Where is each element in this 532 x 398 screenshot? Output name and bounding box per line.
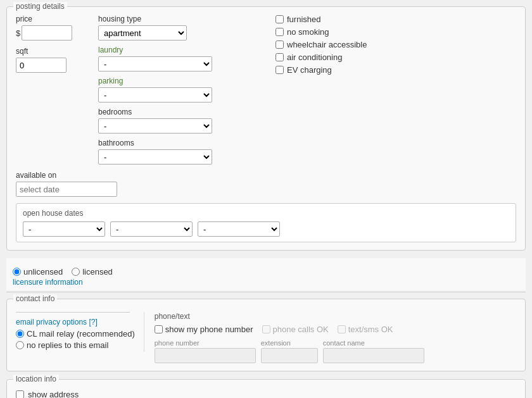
air-conditioning-checkbox[interactable] [276,53,284,61]
show-address-label[interactable]: show address [28,390,79,398]
phone-text-panel: phone/text show my phone number phone ca… [155,312,516,363]
bathrooms-label: bathrooms [98,139,225,147]
text-sms-ok-label: text/sms OK [338,325,393,334]
email-privacy-panel: email privacy options [?] CL mail relay … [16,312,144,352]
phone-calls-ok-checkbox[interactable] [262,325,270,333]
open-house-select-1[interactable]: - [23,221,105,237]
housing-type-select[interactable]: apartment condo house townhouse duplex [98,25,187,40]
open-house-select-2[interactable]: - [110,221,193,237]
text-sms-ok-checkbox[interactable] [338,325,346,333]
extension-field-label: extension [261,339,318,347]
housing-type-label: housing type [98,15,225,23]
air-conditioning-checkbox-label[interactable]: air conditioning [276,53,367,62]
bedrooms-label: bedrooms [98,108,225,116]
licensed-radio-label[interactable]: licensed [72,267,113,277]
available-on-input[interactable] [16,182,117,197]
licensure-section: unlicensed licensed licensure informatio… [6,258,526,290]
laundry-select[interactable]: - laundry on site w/d in unit w/d hookup… [98,56,212,72]
contact-info-section: contact info email privacy options [?] C… [6,299,526,371]
show-phone-checkbox[interactable] [155,325,163,333]
phone-text-label: phone/text [155,312,516,321]
wheelchair-checkbox-label[interactable]: wheelchair accessible [276,40,367,49]
contact-name-field-label: contact name [323,339,424,347]
wheelchair-checkbox[interactable] [276,40,284,49]
phone-calls-ok-label: phone calls OK [262,325,329,334]
price-prefix: $ [16,28,20,38]
contact-info-title: contact info [13,294,57,303]
no-smoking-checkbox[interactable] [276,28,284,36]
location-info-section: location info show address [6,379,526,398]
open-house-label: open house dates [23,209,509,218]
email-privacy-options-label: email privacy options [16,318,87,326]
price-label: price [16,15,86,23]
licensure-info-link[interactable]: licensure information [13,278,519,287]
phone-calls-ok-text: phone calls OK [273,325,329,334]
open-house-select-3[interactable]: - [198,221,280,237]
parking-select[interactable]: - carport attached garage off-street par… [98,87,212,103]
parking-label: parking [98,77,225,85]
furnished-checkbox[interactable] [276,15,284,23]
show-phone-label: show my phone number [165,325,253,334]
posting-details-title: posting details [13,2,67,11]
show-address-checkbox[interactable] [16,390,24,398]
cl-relay-label: CL mail relay (recommended) [27,329,135,339]
price-input[interactable] [22,25,72,40]
laundry-label: laundry [98,46,225,54]
text-sms-ok-text: text/sms OK [348,325,393,334]
show-phone-checkbox-label[interactable]: show my phone number [155,325,253,334]
licensed-radio[interactable] [72,268,80,276]
cl-relay-radio[interactable] [16,330,24,338]
no-replies-radio[interactable] [16,341,24,349]
no-smoking-checkbox-label[interactable]: no smoking [276,27,367,37]
contact-name-input[interactable] [323,348,424,363]
email-privacy-help-link[interactable]: [?] [89,318,97,326]
sqft-label: sqft [16,47,86,56]
bedrooms-select[interactable]: - studio 1 2 3 4 [98,118,212,134]
unlicensed-radio[interactable] [13,268,21,276]
phone-number-field-label: phone number [155,339,256,347]
sqft-input[interactable] [16,58,66,73]
unlicensed-radio-label[interactable]: unlicensed [13,267,63,277]
ev-charging-checkbox[interactable] [276,66,284,74]
phone-number-input[interactable] [155,348,256,363]
ev-charging-checkbox-label[interactable]: EV charging [276,65,367,75]
available-on-label: available on [16,171,516,180]
furnished-checkbox-label[interactable]: furnished [276,15,367,24]
no-replies-label: no replies to this email [27,340,108,350]
location-info-title: location info [13,375,59,383]
bathrooms-select[interactable]: - 1 1.5 2 2.5 [98,149,212,165]
posting-details-section: posting details price $ sqft housing typ… [6,6,526,251]
extension-input[interactable] [261,348,318,363]
